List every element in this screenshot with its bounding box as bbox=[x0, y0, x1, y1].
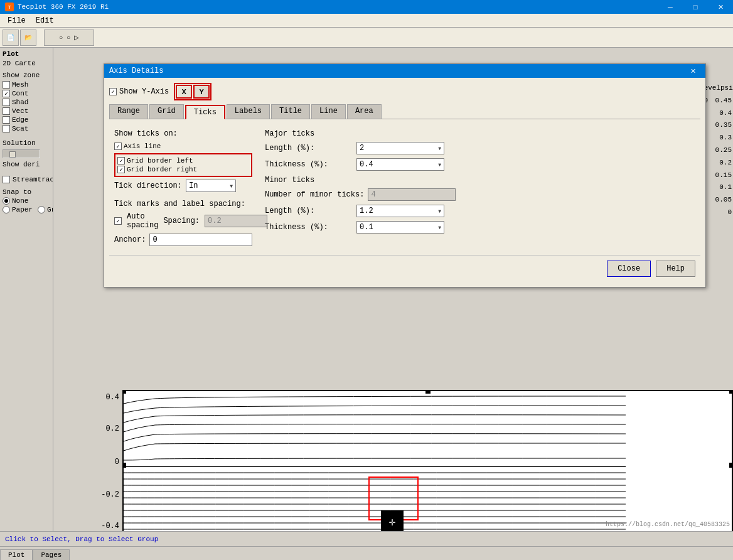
auto-spacing-row: Auto spacing Spacing: bbox=[114, 212, 252, 230]
minor-thickness-select[interactable]: 0.1 ▼ bbox=[356, 221, 444, 234]
cont-checkbox[interactable] bbox=[3, 90, 10, 97]
toolbar-btn-1[interactable]: 📄 bbox=[3, 30, 19, 46]
minor-thickness-arrow: ▼ bbox=[438, 225, 441, 230]
sidebar-edge[interactable]: Edge bbox=[3, 116, 50, 124]
y-label-m02: -0.2 bbox=[101, 490, 119, 499]
toolbar-btn-3[interactable]: ○ ○ ▷ bbox=[44, 30, 94, 46]
menu-edit[interactable]: Edit bbox=[31, 15, 59, 26]
edge-checkbox[interactable] bbox=[3, 116, 10, 124]
sidebar-vect[interactable]: Vect bbox=[3, 107, 50, 116]
dialog-title: Axis Details bbox=[109, 67, 163, 75]
dialog-footer: Close Help bbox=[109, 255, 700, 282]
dialog-tab-bar: Range Grid Ticks Labels Title Line Area bbox=[109, 104, 700, 119]
streamtraces-row: Streamtraces 🔧 Details... bbox=[3, 173, 50, 186]
major-length-select[interactable]: 2 ▼ bbox=[356, 142, 444, 154]
spacing-section: Tick marks and label spacing: Auto spaci… bbox=[114, 200, 252, 246]
minor-length-select[interactable]: 1.2 ▼ bbox=[356, 205, 444, 217]
anchor-row: Anchor: bbox=[114, 234, 252, 246]
plot-tab[interactable]: Plot bbox=[0, 549, 33, 560]
show-derive: Show deri bbox=[3, 161, 50, 168]
vect-checkbox[interactable] bbox=[3, 107, 10, 115]
snap-none-radio[interactable] bbox=[3, 197, 10, 205]
ticks-grid-right: Grid border right bbox=[117, 165, 249, 174]
axis-line-checkbox[interactable] bbox=[114, 143, 122, 150]
show-ticks-label: Show ticks on: bbox=[114, 129, 252, 138]
dialog-close-x-button[interactable]: ✕ bbox=[680, 64, 705, 78]
spacing-input[interactable] bbox=[205, 215, 267, 227]
snap-none[interactable]: None bbox=[3, 197, 28, 205]
major-thickness-row: Thickness (%): 0.4 ▼ bbox=[265, 158, 695, 171]
title-controls: ─ □ ✕ bbox=[658, 0, 733, 14]
spacing-field-label: Spacing: bbox=[163, 217, 200, 225]
scat-checkbox[interactable] bbox=[3, 125, 10, 132]
ticks-grid-left: Grid border left bbox=[117, 156, 249, 165]
minimize-button[interactable]: ─ bbox=[658, 0, 683, 14]
close-dialog-button[interactable]: Close bbox=[607, 261, 651, 277]
watermark: https://blog.csdn.net/qq_40583325 bbox=[606, 521, 730, 528]
snap-paper-radio[interactable] bbox=[3, 206, 10, 213]
move-cursor: ✛ bbox=[381, 510, 404, 531]
tab-area[interactable]: Area bbox=[347, 104, 382, 119]
minor-number-input[interactable] bbox=[368, 188, 456, 201]
menu-file[interactable]: File bbox=[3, 15, 31, 26]
solution-slider[interactable] bbox=[3, 149, 40, 158]
app-icon: T bbox=[5, 3, 14, 11]
tab-labels[interactable]: Labels bbox=[227, 104, 270, 119]
tick-direction-arrow: ▼ bbox=[230, 183, 233, 189]
y-label-0: 0 bbox=[115, 458, 119, 466]
toolbar-btn-2[interactable]: 📂 bbox=[20, 30, 36, 46]
status-text: Click to Select, Drag to Select Group bbox=[5, 536, 158, 543]
dialog-right-column: Major ticks Length (%): 2 ▼ Thickness (%… bbox=[265, 129, 695, 250]
y-label-m04: -0.4 bbox=[101, 522, 119, 530]
minor-thickness-label: Thickness (%): bbox=[265, 223, 353, 232]
tick-direction-row: Tick direction: In ▼ bbox=[114, 180, 252, 192]
sidebar-shad[interactable]: Shad bbox=[3, 98, 50, 107]
sidebar-scat[interactable]: Scat bbox=[3, 124, 50, 133]
y-axis-button[interactable]: Y bbox=[193, 85, 210, 99]
minor-thickness-row: Thickness (%): 0.1 ▼ bbox=[265, 221, 695, 234]
y-axis-labels: 0.4 0.2 0 -0.2 -0.4 bbox=[91, 390, 122, 531]
grid-right-checkbox[interactable] bbox=[117, 166, 125, 173]
tab-line[interactable]: Line bbox=[311, 104, 346, 119]
x-axis-button[interactable]: X bbox=[176, 85, 192, 99]
snap-paper[interactable]: Paper bbox=[3, 206, 33, 213]
close-app-button[interactable]: ✕ bbox=[708, 0, 733, 14]
major-thickness-label: Thickness (%): bbox=[265, 160, 353, 169]
tab-range[interactable]: Range bbox=[109, 104, 148, 119]
dialog-content-area: Show Y-Axis X Y Range Grid Ticks Labels bbox=[104, 78, 705, 287]
ticks-axis-line: Axis line bbox=[114, 142, 252, 151]
status-bar: Click to Select, Drag to Select Group bbox=[0, 531, 733, 546]
help-button[interactable]: Help bbox=[656, 261, 695, 277]
pages-tab[interactable]: Pages bbox=[33, 549, 70, 560]
minor-length-label: Length (%): bbox=[265, 207, 353, 215]
spacing-label: Tick marks and label spacing: bbox=[114, 200, 252, 208]
snap-radio-row-2: Paper Grid bbox=[3, 206, 50, 213]
auto-spacing-checkbox[interactable] bbox=[114, 217, 122, 225]
snap-grid[interactable]: Grid bbox=[38, 206, 53, 213]
major-length-label: Length (%): bbox=[265, 144, 353, 153]
show-y-axis-checkbox[interactable] bbox=[109, 88, 117, 95]
maximize-button[interactable]: □ bbox=[683, 0, 708, 14]
show-y-axis-checkbox-row: Show Y-Axis bbox=[109, 87, 169, 96]
snap-grid-radio[interactable] bbox=[38, 206, 45, 213]
major-thickness-arrow: ▼ bbox=[438, 162, 441, 168]
anchor-label: Anchor: bbox=[114, 235, 146, 244]
anchor-input[interactable] bbox=[149, 234, 252, 246]
mesh-checkbox[interactable] bbox=[3, 81, 10, 89]
dialog-title-bar: Axis Details ✕ bbox=[104, 64, 705, 78]
major-thickness-select[interactable]: 0.4 ▼ bbox=[356, 158, 444, 171]
tab-ticks[interactable]: Ticks bbox=[185, 105, 225, 119]
tab-grid[interactable]: Grid bbox=[149, 104, 184, 119]
dialog-left-column: Show ticks on: Axis line Grid border lef… bbox=[114, 129, 252, 250]
plot-container: 0.4 0.2 0 -0.2 -0.4 bbox=[91, 384, 733, 531]
solution-section: Solution bbox=[3, 139, 50, 158]
minor-number-row: Number of minor ticks: bbox=[265, 188, 695, 201]
sidebar-cont[interactable]: Cont bbox=[3, 89, 50, 98]
grid-left-checkbox[interactable] bbox=[117, 157, 125, 164]
sidebar-mesh[interactable]: Mesh bbox=[3, 80, 50, 89]
streamtraces-section: Streamtraces 🔧 Details... bbox=[3, 173, 50, 186]
tick-direction-select[interactable]: In ▼ bbox=[186, 180, 236, 192]
shad-checkbox[interactable] bbox=[3, 99, 10, 106]
tab-title[interactable]: Title bbox=[271, 104, 310, 119]
streamtraces-checkbox[interactable] bbox=[3, 176, 10, 183]
